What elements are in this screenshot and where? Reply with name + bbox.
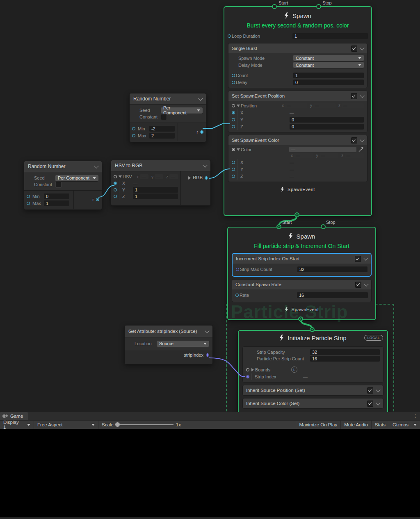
single-burst-block[interactable]: Single Burst Spawn Mode Constant Delay M… bbox=[228, 43, 368, 88]
max-port[interactable] bbox=[27, 202, 30, 205]
color-x-port[interactable] bbox=[232, 161, 235, 164]
collapsed-triangle-icon[interactable] bbox=[251, 368, 254, 371]
color-y-port[interactable] bbox=[232, 168, 235, 171]
hsv-to-rgb-node[interactable]: HSV to RGB HSV x— y— z— X bbox=[111, 160, 211, 206]
hsv-z-port[interactable] bbox=[114, 195, 117, 198]
chevron-down-icon[interactable] bbox=[363, 256, 368, 260]
random-number-node-2[interactable]: Random Number Seed Per Component Constan… bbox=[24, 161, 102, 210]
spawn2-stop-port[interactable] bbox=[321, 224, 326, 229]
loop-duration-port[interactable] bbox=[228, 34, 231, 38]
chevron-down-icon[interactable] bbox=[203, 163, 207, 167]
position-x-port[interactable] bbox=[232, 111, 235, 114]
block-enabled-checkbox[interactable] bbox=[367, 387, 373, 394]
z-field[interactable]: 0 bbox=[290, 124, 364, 130]
delay-port[interactable] bbox=[232, 81, 235, 84]
seed-dropdown[interactable]: Per Component bbox=[55, 175, 98, 181]
expand-triangle-icon[interactable] bbox=[237, 105, 240, 107]
y-field[interactable]: 1 bbox=[133, 187, 178, 193]
min-port[interactable] bbox=[132, 127, 135, 130]
rate-field[interactable]: 16 bbox=[297, 292, 368, 298]
get-attribute-node[interactable]: Get Attribute: stripIndex (Source) Locat… bbox=[124, 325, 213, 364]
delay-field[interactable]: 0 bbox=[293, 80, 364, 85]
chevron-down-icon[interactable] bbox=[376, 401, 380, 405]
strip-max-count-port[interactable] bbox=[236, 268, 239, 271]
mute-audio-button[interactable]: Mute Audio bbox=[341, 421, 371, 429]
local-space-badge[interactable]: LOCAL bbox=[364, 335, 383, 341]
set-spawnevent-color-block[interactable]: Set SpawnEvent Color — Color bbox=[228, 135, 368, 182]
stripindex-output-port[interactable] bbox=[206, 353, 209, 357]
block-enabled-checkbox[interactable] bbox=[351, 93, 357, 99]
y-field[interactable]: 0 bbox=[290, 117, 364, 123]
spawn-context-burst[interactable]: Spawn Burst every second & random pos, c… bbox=[224, 6, 372, 216]
hsv-port[interactable] bbox=[114, 175, 117, 178]
display-dropdown[interactable]: Display 1 bbox=[0, 421, 34, 429]
inherit-source-position-block[interactable]: Inherit Source Position (Set) bbox=[242, 385, 383, 396]
initialize-input-port[interactable] bbox=[310, 327, 315, 332]
set-spawnevent-position-block[interactable]: Set SpawnEvent Position Position x— y— z… bbox=[228, 91, 368, 132]
spawn1-spawnevent-port[interactable] bbox=[294, 212, 299, 217]
block-enabled-checkbox[interactable] bbox=[355, 282, 361, 288]
max-port[interactable] bbox=[132, 134, 135, 137]
strip-index-port[interactable] bbox=[246, 375, 249, 378]
spawn-mode-dropdown[interactable]: Constant bbox=[293, 55, 364, 61]
constant-checkbox[interactable] bbox=[55, 182, 62, 188]
max-field[interactable]: 2 bbox=[149, 133, 175, 139]
increment-strip-index-block[interactable]: Increment Strip Index On Start Strip Max… bbox=[232, 253, 372, 277]
random-output-port[interactable] bbox=[200, 130, 203, 134]
chevron-down-icon[interactable] bbox=[205, 328, 209, 333]
position-y-port[interactable] bbox=[232, 118, 235, 121]
inherit-source-color-block[interactable]: Inherit Source Color (Set) bbox=[242, 398, 383, 409]
block-enabled-checkbox[interactable] bbox=[367, 401, 373, 407]
chevron-down-icon[interactable] bbox=[360, 93, 364, 98]
max-field[interactable]: 1 bbox=[44, 200, 69, 206]
seed-dropdown[interactable]: Per Component bbox=[161, 107, 203, 114]
count-field[interactable]: 1 bbox=[293, 73, 364, 78]
hsv-y-port[interactable] bbox=[114, 188, 117, 191]
chevron-down-icon[interactable] bbox=[364, 282, 368, 286]
count-port[interactable] bbox=[232, 74, 235, 77]
local-space-icon[interactable]: L bbox=[291, 366, 297, 373]
spawn2-start-port[interactable] bbox=[276, 224, 281, 229]
spawn1-stop-port[interactable] bbox=[316, 4, 321, 9]
random-number-node-1[interactable]: Random Number Seed Per Component Constan… bbox=[129, 93, 206, 142]
position-z-port[interactable] bbox=[232, 125, 235, 128]
location-dropdown[interactable]: Source bbox=[157, 341, 209, 347]
spawn1-start-port[interactable] bbox=[272, 4, 277, 9]
initialize-particle-strip-node[interactable]: Initialize Particle Strip LOCAL Strip Ca… bbox=[238, 330, 388, 416]
expand-triangle-icon[interactable] bbox=[237, 148, 240, 151]
chevron-down-icon[interactable] bbox=[360, 46, 364, 50]
constant-checkbox[interactable] bbox=[161, 114, 167, 120]
min-field[interactable]: 0 bbox=[44, 193, 69, 199]
color-z-port[interactable] bbox=[232, 175, 235, 178]
gizmos-dropdown[interactable]: Gizmos bbox=[389, 421, 420, 429]
delay-mode-dropdown[interactable]: Constant bbox=[293, 62, 364, 68]
min-field[interactable]: -2 bbox=[149, 126, 175, 132]
hsv-x-port[interactable] bbox=[114, 182, 117, 185]
chevron-down-icon[interactable] bbox=[198, 96, 203, 100]
z-field[interactable]: 1 bbox=[133, 193, 178, 199]
block-enabled-checkbox[interactable] bbox=[351, 46, 357, 52]
spawn2-spawnevent-port[interactable] bbox=[298, 316, 303, 321]
rate-port[interactable] bbox=[235, 294, 239, 297]
block-enabled-checkbox[interactable] bbox=[355, 256, 361, 262]
random-output-port[interactable] bbox=[96, 198, 99, 201]
rgb-output-port[interactable] bbox=[205, 176, 208, 180]
min-port[interactable] bbox=[27, 195, 30, 198]
aspect-dropdown[interactable]: Free Aspect bbox=[34, 421, 98, 429]
strip-max-count-field[interactable]: 32 bbox=[297, 266, 368, 272]
maximize-on-play-button[interactable]: Maximize On Play bbox=[296, 421, 341, 429]
chevron-down-icon[interactable] bbox=[360, 137, 364, 142]
constant-spawn-rate-block[interactable]: Constant Spawn Rate Rate 16 bbox=[232, 279, 372, 302]
chevron-down-icon[interactable] bbox=[376, 387, 380, 392]
stats-button[interactable]: Stats bbox=[372, 421, 389, 429]
expand-triangle-icon[interactable] bbox=[119, 175, 122, 178]
kebab-menu-icon[interactable]: ⋮ bbox=[413, 413, 418, 419]
spawn-context-strip[interactable]: Spawn Fill particle strip & Increment On… bbox=[227, 227, 376, 320]
scale-slider[interactable] bbox=[116, 424, 173, 425]
position-port[interactable] bbox=[232, 104, 235, 107]
block-enabled-checkbox[interactable] bbox=[351, 137, 357, 143]
strip-capacity-field[interactable]: 32 bbox=[310, 349, 380, 355]
particle-per-strip-count-field[interactable]: 16 bbox=[310, 356, 380, 362]
bounds-port[interactable] bbox=[246, 368, 249, 371]
scale-slider-handle[interactable] bbox=[115, 422, 120, 427]
